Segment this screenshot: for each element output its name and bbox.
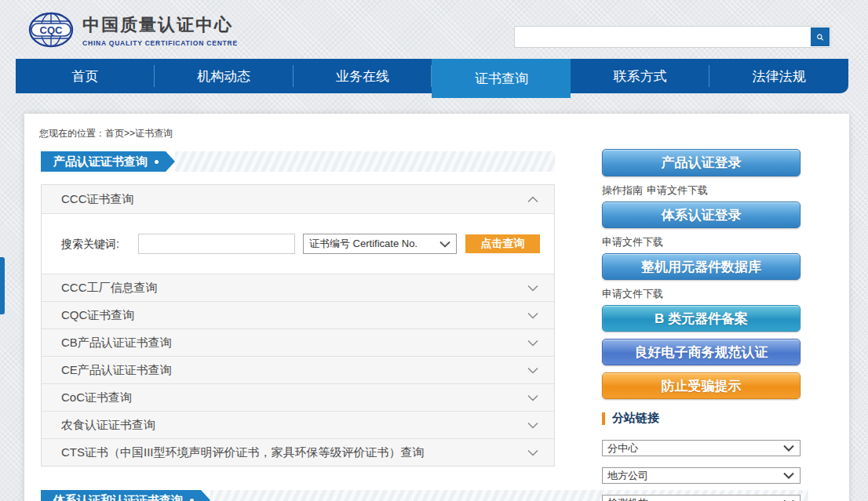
nav-item-laws[interactable]: 法律法规 xyxy=(709,59,848,93)
query-button[interactable]: 点击查询 xyxy=(465,234,540,253)
ribbon-dot-icon xyxy=(190,499,194,501)
chevron-up-icon xyxy=(527,196,538,203)
chevron-down-icon xyxy=(527,285,538,292)
accordion-item-ce-certificate[interactable]: CE产品认证证书查询 xyxy=(42,356,554,383)
application-download-link[interactable]: 申请文件下载 xyxy=(602,287,663,301)
heading-marker-icon xyxy=(602,412,605,425)
chevron-down-icon xyxy=(527,312,538,319)
site-search xyxy=(514,26,831,48)
keyword-label: 搜索关键词: xyxy=(61,238,119,252)
product-cert-section-header: 产品认证证书查询 xyxy=(41,151,555,172)
site-title: 中国质量认证中心 xyxy=(82,13,238,37)
side-float-tab[interactable] xyxy=(0,257,5,314)
ribbon-arrow-icon xyxy=(166,151,175,172)
accordion-item-cqc-certificate[interactable]: CQC证书查询 xyxy=(42,301,554,329)
site-subtitle: CHINA QUALITY CERTIFICATION CENTRE xyxy=(82,39,238,47)
section-title: 体系认证和认证证书查询 xyxy=(53,493,183,501)
nav-item-online-business[interactable]: 业务在线 xyxy=(294,59,432,93)
breadcrumb: 您现在的位置：首页>>证书查询 xyxy=(39,127,173,140)
nav-item-certificate-query[interactable]: 证书查询 xyxy=(432,59,571,98)
chevron-down-icon xyxy=(439,241,450,248)
keyword-input[interactable] xyxy=(138,234,295,254)
component-database-button[interactable]: 整机用元器件数据库 xyxy=(602,253,801,280)
chevron-down-icon xyxy=(527,394,538,401)
section-title: 产品认证证书查询 xyxy=(53,154,148,169)
ccc-query-panel: 搜索关键词: 证书编号 Certificate No. 点击查询 xyxy=(42,213,554,274)
accordion-item-coc-certificate[interactable]: CoC证书查询 xyxy=(42,383,554,411)
site-logo[interactable]: CQC 中国质量认证中心 CHINA QUALITY CERTIFICATION… xyxy=(27,12,238,48)
chevron-down-icon xyxy=(527,422,538,429)
ecommerce-certification-button[interactable]: 良好电子商务规范认证 xyxy=(602,339,801,365)
branch-links-heading: 分站链接 xyxy=(602,411,659,426)
operation-guide-link[interactable]: 操作指南 xyxy=(602,183,643,198)
accordion-item-ccc-certificate[interactable]: CCC证书查询 xyxy=(42,185,554,213)
accordion-item-cts-certificate[interactable]: CTS证书（中国III型环境声明评价证书，家具环保等级评价证书）查询 xyxy=(42,438,554,466)
chevron-down-icon xyxy=(783,445,794,452)
certificate-query-accordion: CCC证书查询 搜索关键词: 证书编号 Certificate No. 点击查询… xyxy=(41,184,555,467)
system-cert-login-button[interactable]: 体系认证登录 xyxy=(602,201,801,228)
search-button[interactable] xyxy=(811,27,830,46)
fraud-prevention-button[interactable]: 防止受骗提示 xyxy=(602,372,801,399)
testing-agency-select[interactable]: 检测机构 xyxy=(602,495,801,501)
product-cert-login-button[interactable]: 产品认证登录 xyxy=(602,149,801,176)
nav-item-news[interactable]: 机构动态 xyxy=(155,59,294,93)
local-company-select[interactable]: 地方公司 xyxy=(602,467,801,484)
accordion-item-agrifood-certificate[interactable]: 农食认证证书查询 xyxy=(42,411,554,438)
ribbon-stripes xyxy=(175,151,555,172)
chevron-down-icon xyxy=(527,367,538,374)
branch-center-select[interactable]: 分中心 xyxy=(602,440,801,456)
accordion-item-cb-certificate[interactable]: CB产品认证证书查询 xyxy=(42,329,554,356)
breadcrumb-path[interactable]: 首页>>证书查询 xyxy=(105,128,173,139)
accordion-item-ccc-factory[interactable]: CCC工厂信息查询 xyxy=(42,274,554,301)
svg-text:CQC: CQC xyxy=(40,24,64,36)
certificate-type-select[interactable]: 证书编号 Certificate No. xyxy=(303,234,457,254)
chevron-down-icon xyxy=(527,339,538,347)
breadcrumb-prefix: 您现在的位置： xyxy=(39,128,105,139)
search-icon xyxy=(815,34,826,41)
nav-item-contact[interactable]: 联系方式 xyxy=(571,59,709,93)
ribbon-arrow-icon xyxy=(201,490,210,501)
application-download-link[interactable]: 申请文件下载 xyxy=(602,235,663,249)
main-nav: 首页 机构动态 业务在线 证书查询 联系方式 法律法规 xyxy=(16,59,848,93)
chevron-down-icon xyxy=(783,472,794,479)
cqc-globe-icon: CQC xyxy=(27,12,75,48)
class-b-component-filing-button[interactable]: B 类元器件备案 xyxy=(602,305,801,332)
nav-item-home[interactable]: 首页 xyxy=(16,59,155,93)
ribbon-dot-icon xyxy=(155,160,159,164)
page: CQC 中国质量认证中心 CHINA QUALITY CERTIFICATION… xyxy=(0,0,868,501)
application-download-link[interactable]: 申请文件下载 xyxy=(647,183,708,198)
search-input[interactable] xyxy=(515,28,811,45)
chevron-down-icon xyxy=(527,449,538,456)
